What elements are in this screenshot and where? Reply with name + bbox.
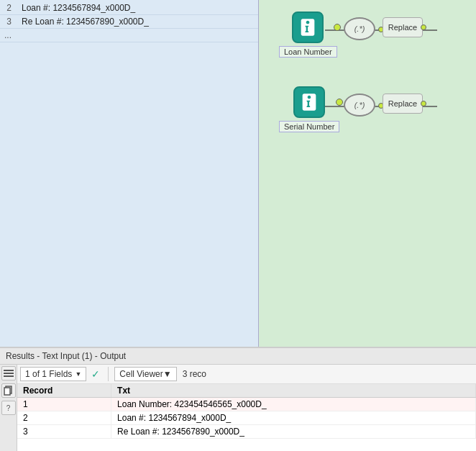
record-num: 3	[17, 425, 111, 439]
book-icon	[298, 17, 318, 37]
results-data-table: Record Txt 1 Loan Number: 423454546565_x…	[17, 384, 476, 439]
replace-box-1: Replace	[383, 17, 423, 37]
svg-rect-10	[4, 388, 10, 395]
regex-node-2[interactable]: (.*)	[344, 94, 375, 117]
row-num: 2	[0, 1, 17, 15]
replace-label-2: Replace	[388, 99, 417, 108]
replace-node-2[interactable]: Replace	[383, 94, 423, 114]
svg-rect-8	[4, 375, 14, 377]
replace-node-1[interactable]: Replace	[383, 17, 423, 37]
serial-number-label: Serial Number	[279, 121, 339, 132]
results-title: Results - Text Input (1) - Output	[6, 351, 126, 361]
table-row: 3 Re Loan #: 1234567890_x000D_	[17, 425, 476, 439]
table-row: 2 Loan #: 1234567894_x000D_	[0, 1, 258, 15]
row-value: Re Loan #: 1234567890_x000D_	[17, 15, 258, 29]
question-mark-icon: ?	[6, 404, 11, 412]
menu-icon-btn[interactable]	[1, 366, 16, 381]
results-header: Results - Text Input (1) - Output	[0, 348, 476, 365]
left-panel: 2 Loan #: 1234567894_x000D_ 3 Re Loan #:…	[0, 0, 259, 347]
cell-viewer-selector[interactable]: Cell Viewer ▼	[114, 367, 176, 381]
fields-selector[interactable]: 1 of 1 Fields ▼	[20, 367, 86, 381]
serial-number-node[interactable]: Serial Number	[279, 86, 339, 132]
cell-viewer-dropdown-arrow: ▼	[163, 369, 172, 379]
table-row: 3 Re Loan #: 1234567890_x000D_	[0, 15, 258, 29]
row-value: Loan #: 1234567894_x000D_	[17, 1, 258, 15]
replace-box-2: Replace	[383, 94, 423, 114]
record-num: 1	[17, 398, 111, 411]
table-row: 1 Loan Number: 423454546565_x000D_	[17, 398, 476, 411]
replace-1-right-dot	[421, 24, 426, 30]
record-txt: Loan #: 1234567894_x000D_	[111, 411, 476, 425]
side-icons: ?	[0, 365, 17, 451]
svg-rect-6	[4, 370, 14, 371]
regex-node-1[interactable]: (.*)	[344, 17, 375, 40]
menu-icon	[4, 368, 14, 378]
replace-label-1: Replace	[388, 23, 417, 32]
fields-dropdown-arrow: ▼	[75, 370, 81, 378]
checkmark-icon[interactable]: ✓	[89, 368, 102, 381]
book-icon-2	[299, 92, 319, 112]
loan-number-node[interactable]: Loan Number	[279, 12, 337, 58]
left-table: 2 Loan #: 1234567894_x000D_ 3 Re Loan #:…	[0, 1, 258, 42]
toolbar-divider	[108, 367, 109, 381]
row-num: ...	[0, 29, 17, 42]
loan-number-icon	[292, 12, 324, 43]
main-area: 2 Loan #: 1234567894_x000D_ 3 Re Loan #:…	[0, 0, 476, 347]
record-txt: Loan Number: 423454546565_x000D_	[111, 398, 476, 411]
copy-icon	[4, 386, 14, 396]
workflow-canvas: Loan Number (.*) Replace Serial Number	[259, 0, 476, 347]
replace-2-right-dot	[421, 101, 426, 106]
results-panel: Results - Text Input (1) - Output ?	[0, 347, 476, 451]
regex-box-2: (.*)	[344, 94, 375, 117]
cell-viewer-label: Cell Viewer	[119, 369, 163, 379]
svg-rect-7	[4, 373, 14, 374]
serial-number-output-dot	[336, 99, 343, 106]
regex-box-1: (.*)	[344, 17, 375, 40]
results-table: Record Txt 1 Loan Number: 423454546565_x…	[17, 384, 476, 451]
loan-number-output-dot	[334, 24, 341, 31]
records-count-value: 3 reco	[183, 369, 206, 379]
help-icon-btn[interactable]: ?	[1, 401, 16, 415]
copy-icon-btn[interactable]	[1, 383, 16, 398]
records-count: 3 reco	[183, 369, 206, 379]
record-txt: Re Loan #: 1234567890_x000D_	[111, 425, 476, 439]
row-value	[17, 29, 258, 42]
table-header-row: Record Txt	[17, 384, 476, 398]
record-num: 2	[17, 411, 111, 425]
row-num: 3	[0, 15, 17, 29]
results-content: ? 1 of 1 Fields ▼ ✓ Cell Viewer ▼ 3 reco	[0, 365, 476, 451]
fields-selector-label: 1 of 1 Fields	[25, 369, 72, 379]
table-row: ...	[0, 29, 258, 42]
serial-number-icon	[293, 86, 325, 118]
table-row: 2 Loan #: 1234567894_x000D_	[17, 411, 476, 425]
loan-number-label: Loan Number	[279, 46, 337, 58]
results-toolbar: 1 of 1 Fields ▼ ✓ Cell Viewer ▼ 3 reco	[17, 365, 476, 384]
col-record: Record	[17, 384, 111, 398]
col-txt: Txt	[111, 384, 476, 398]
